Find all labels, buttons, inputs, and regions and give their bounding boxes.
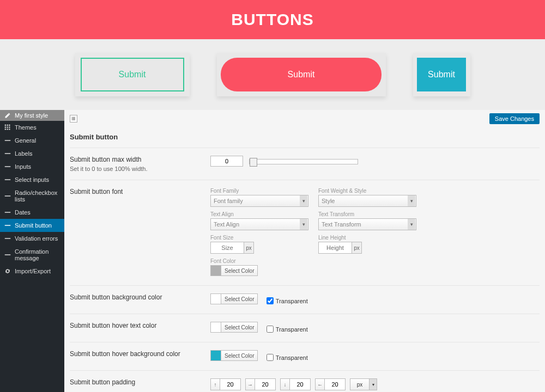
hover-bg-color-picker[interactable]: Select Color (210, 350, 258, 361)
collapse-icon: ▦ (71, 117, 76, 121)
padding-top-input[interactable] (220, 378, 241, 390)
row-hover-bg-color: Submit button hover background color Sel… (70, 342, 540, 370)
dash-icon (4, 222, 11, 229)
sidebar-item-dates[interactable]: Dates (0, 206, 64, 219)
field-hint: Set it to 0 to use 100% width. (70, 166, 210, 172)
svg-rect-0 (5, 125, 6, 126)
sub-label: Font Size (210, 235, 308, 241)
dash-icon (4, 193, 11, 199)
sidebar-item-label: Themes (15, 124, 37, 131)
sidebar: My first style Themes General Labels Inp… (0, 110, 64, 392)
preview-card: Submit (413, 53, 470, 96)
svg-rect-16 (5, 238, 11, 239)
line-height-input[interactable] (318, 242, 352, 254)
svg-rect-2 (9, 125, 10, 126)
sidebar-item-label: Select inputs (15, 176, 49, 183)
slider-handle[interactable] (250, 158, 257, 167)
sidebar-item-general[interactable]: General (0, 134, 64, 147)
sidebar-item-submit-button[interactable]: Submit button (0, 219, 64, 232)
sub-label: Font Color (210, 258, 308, 264)
row-bg-color: Submit button background color Select Co… (70, 285, 540, 314)
dash-icon (4, 137, 11, 144)
field-label: Submit button hover text color (70, 322, 210, 329)
font-size-input[interactable] (210, 242, 244, 254)
padding-bottom-input[interactable] (290, 378, 311, 390)
preview-submit-pill[interactable]: Submit (221, 58, 382, 91)
svg-rect-3 (5, 127, 6, 128)
sub-label: Font Family (210, 188, 308, 194)
sidebar-item-radio-checkbox[interactable]: Radio/checkbox lists (0, 186, 64, 206)
svg-rect-4 (7, 127, 8, 128)
transparent-checkbox[interactable]: Transparent (267, 354, 308, 361)
sidebar-item-select-inputs[interactable]: Select inputs (0, 173, 64, 186)
transparent-checkbox[interactable]: Transparent (267, 297, 308, 304)
sidebar-item-themes[interactable]: Themes (0, 121, 64, 134)
dash-icon (4, 176, 11, 183)
sidebar-header[interactable]: My first style (0, 110, 64, 121)
select-color-button[interactable]: Select Color (221, 265, 258, 276)
svg-rect-14 (5, 212, 11, 213)
dash-icon (4, 163, 11, 170)
text-align-select[interactable]: Text Align (210, 218, 308, 230)
select-color-button[interactable]: Select Color (221, 350, 258, 361)
sidebar-item-label: Dates (15, 209, 31, 216)
font-family-select[interactable]: Font family (210, 195, 308, 207)
sub-label: Text Align (210, 211, 308, 217)
transparent-checkbox[interactable]: Transparent (267, 326, 308, 333)
button-preview-row: Submit Submit Submit (0, 39, 545, 110)
field-label: Submit button font (70, 188, 210, 195)
select-color-button[interactable]: Select Color (221, 322, 258, 333)
field-label: Submit button background color (70, 293, 210, 301)
sidebar-item-labels[interactable]: Labels (0, 147, 64, 160)
color-swatch (210, 322, 221, 333)
collapse-toggle[interactable]: ▦ (70, 115, 77, 122)
app-shell: My first style Themes General Labels Inp… (0, 110, 545, 392)
svg-rect-7 (7, 128, 8, 130)
font-color-picker[interactable]: Select Color (210, 265, 258, 276)
svg-rect-10 (5, 153, 11, 154)
sidebar-item-label: Radio/checkbox lists (15, 189, 60, 203)
refresh-icon (4, 268, 11, 274)
padding-left-input[interactable] (325, 378, 346, 390)
sub-label: Text Transform (318, 211, 416, 217)
preview-submit-outline[interactable]: Submit (81, 58, 184, 91)
text-transform-select[interactable]: Text Transform (318, 218, 416, 230)
svg-rect-13 (5, 195, 11, 197)
preview-submit-solid[interactable]: Submit (417, 58, 466, 91)
row-max-width: Submit button max width Set it to 0 to u… (70, 148, 540, 180)
sidebar-item-import-export[interactable]: Import/Export (0, 265, 64, 278)
chevron-down-icon[interactable]: ▾ (370, 378, 377, 390)
hero-title: BUTTONS (231, 10, 313, 29)
svg-rect-1 (7, 125, 8, 126)
svg-rect-17 (5, 254, 11, 255)
unit-label: px (352, 242, 362, 254)
max-width-slider[interactable] (249, 159, 358, 164)
sidebar-item-label: Validation errors (15, 235, 58, 242)
padding-unit-select[interactable]: px (350, 378, 370, 390)
svg-rect-15 (5, 225, 11, 226)
font-weight-select[interactable]: Style (318, 195, 416, 207)
hover-text-color-picker[interactable]: Select Color (210, 322, 258, 333)
sidebar-item-confirmation[interactable]: Confirmation message (0, 245, 64, 265)
sidebar-item-inputs[interactable]: Inputs (0, 160, 64, 173)
svg-rect-8 (9, 128, 10, 130)
svg-rect-5 (9, 127, 10, 128)
save-button[interactable]: Save Changes (489, 113, 540, 124)
padding-right-input[interactable] (255, 378, 276, 390)
dash-icon (4, 252, 11, 258)
hero-banner: BUTTONS (0, 0, 545, 39)
arrow-right-icon: → (245, 378, 255, 390)
max-width-input[interactable] (210, 156, 243, 167)
field-label: Submit button max width (70, 156, 210, 163)
bg-color-picker[interactable]: Select Color (210, 293, 258, 304)
field-label: Submit button padding (70, 378, 210, 386)
select-color-button[interactable]: Select Color (221, 293, 258, 304)
color-swatch (210, 293, 221, 304)
color-swatch (210, 265, 221, 276)
sidebar-item-label: Labels (15, 150, 32, 157)
sidebar-item-label: Inputs (15, 163, 31, 170)
dash-icon (4, 235, 11, 242)
sidebar-item-validation[interactable]: Validation errors (0, 232, 64, 245)
sub-label: Line Height (318, 235, 416, 241)
svg-rect-12 (5, 179, 11, 180)
